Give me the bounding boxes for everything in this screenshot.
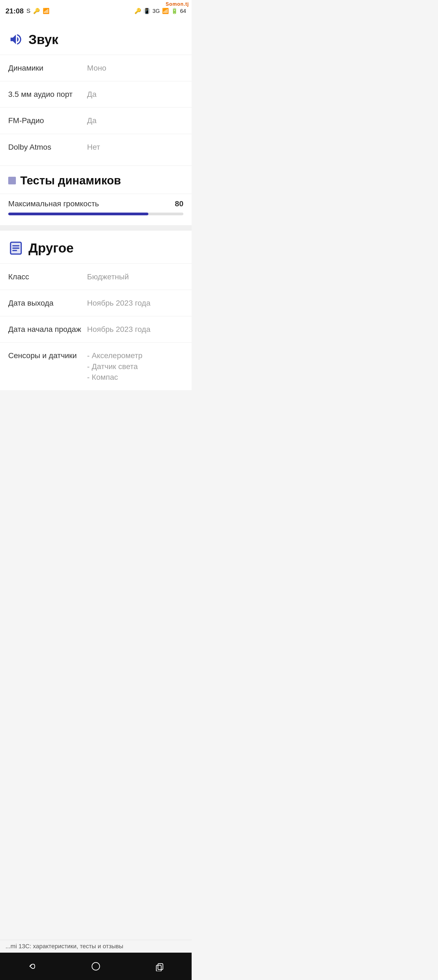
status-time: 21:08 (5, 7, 24, 15)
other-section: Другое Класс Бюджетный Дата выхода Ноябр… (0, 231, 192, 390)
spec-row-audio: 3.5 мм аудио порт Да (0, 81, 192, 107)
spec-label-audio: 3.5 мм аудио порт (8, 89, 87, 100)
spec-value-speakers: Моно (87, 63, 183, 73)
carrier-icon: S (27, 7, 31, 14)
speaker-icon (8, 32, 24, 47)
spec-row-sale-date: Дата начала продаж Ноябрь 2023 года (0, 316, 192, 342)
max-volume-row: Максимальная громкость 80 (0, 194, 192, 225)
signal-bars: 📶 (162, 8, 169, 14)
spec-value-release-date: Ноябрь 2023 года (87, 298, 183, 308)
progress-label: Максимальная громкость (8, 199, 99, 208)
vibrate-icon: 📳 (143, 8, 150, 14)
spec-value-audio: Да (87, 89, 183, 100)
speaker-tests-header: Тесты динамиков (0, 165, 192, 194)
spec-value-fm: Да (87, 115, 183, 126)
status-left: 21:08 S 🔑 📶 (5, 7, 49, 15)
home-button[interactable] (85, 958, 107, 975)
speaker-tests-title: Тесты динамиков (20, 174, 121, 187)
spec-label-release-date: Дата выхода (8, 298, 87, 308)
spec-row-sensors: Сенсоры и датчики - Акселерометр - Датчи… (0, 342, 192, 390)
spec-value-class: Бюджетный (87, 271, 183, 282)
other-title: Другое (29, 240, 74, 256)
svg-rect-6 (158, 964, 163, 970)
spec-label-speakers: Динамики (8, 63, 87, 73)
sound-title: Звук (29, 32, 58, 47)
spec-row-speakers: Динамики Моно (0, 55, 192, 81)
network-type: 3G (153, 8, 160, 14)
signal-icon: 📶 (43, 8, 49, 14)
progress-bar-fill (8, 213, 148, 215)
spec-row-class: Класс Бюджетный (0, 264, 192, 290)
spec-label-dolby: Dolby Atmos (8, 142, 87, 153)
sound-section: Звук Динамики Моно 3.5 мм аудио порт Да … (0, 22, 192, 225)
progress-label-row: Максимальная громкость 80 (8, 199, 183, 208)
battery-level: 64 (180, 8, 186, 14)
spec-label-sensors: Сенсоры и датчики (8, 350, 87, 361)
watermark: Somon.tj (166, 2, 189, 7)
spec-row-fm: FM-Радио Да (0, 107, 192, 134)
spec-row-release-date: Дата выхода Ноябрь 2023 года (0, 290, 192, 316)
page-content: Звук Динамики Моно 3.5 мм аудио порт Да … (0, 22, 192, 439)
svg-rect-7 (156, 965, 161, 971)
subsection-indicator (8, 177, 16, 185)
svg-point-5 (92, 963, 100, 970)
back-button[interactable] (21, 958, 43, 975)
section-separator (0, 225, 192, 231)
spec-label-class: Класс (8, 271, 87, 282)
other-section-header: Другое (0, 231, 192, 264)
key-icon: 🔑 (33, 8, 40, 14)
progress-value: 80 (175, 199, 183, 208)
status-right: 🔑 📳 3G 📶 🔋 64 (134, 8, 186, 14)
status-bar: 21:08 S 🔑 📶 🔑 📳 3G 📶 🔋 64 Somon.tj (0, 0, 192, 22)
sound-section-header: Звук (0, 22, 192, 55)
browser-bar: ...mi 13C: характеристики, тесты и отзыв… (0, 940, 192, 953)
bottom-nav (0, 953, 192, 980)
spec-label-fm: FM-Радио (8, 115, 87, 126)
doc-icon (8, 240, 24, 256)
battery-icon: 🔋 (171, 8, 178, 14)
spec-value-sale-date: Ноябрь 2023 года (87, 324, 183, 335)
progress-bar-bg (8, 213, 183, 215)
browser-url: ...mi 13C: характеристики, тесты и отзыв… (5, 943, 123, 950)
recent-button[interactable] (149, 958, 170, 975)
lock-icon: 🔑 (134, 8, 141, 14)
spec-row-dolby: Dolby Atmos Нет (0, 134, 192, 160)
spec-label-sale-date: Дата начала продаж (8, 324, 87, 335)
spec-value-sensors: - Акселерометр - Датчик света - Компас (87, 350, 183, 382)
spec-value-dolby: Нет (87, 142, 183, 153)
